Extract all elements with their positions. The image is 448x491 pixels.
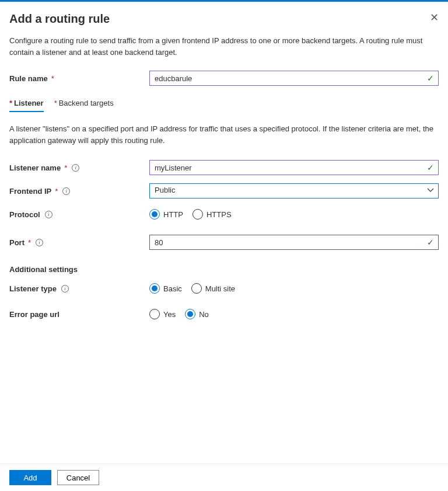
listener-type-basic-label: Basic <box>163 284 182 293</box>
add-button[interactable]: Add <box>9 470 51 485</box>
checkmark-icon: ✓ <box>427 74 434 83</box>
port-label: Port <box>9 238 24 247</box>
required-asterisk: * <box>64 163 67 172</box>
protocol-http-label: HTTP <box>163 210 183 219</box>
protocol-https-radio[interactable]: HTTPS <box>192 209 232 220</box>
info-icon[interactable]: i <box>72 164 79 172</box>
tab-listener-label: Listener <box>14 99 44 107</box>
frontend-ip-value: Public <box>155 186 175 194</box>
error-page-yes-label: Yes <box>163 310 176 319</box>
frontend-ip-row: Frontend IP* i Public <box>9 183 439 199</box>
info-icon[interactable]: i <box>62 187 70 195</box>
protocol-https-label: HTTPS <box>206 210 232 219</box>
tabs: * Listener * Backend targets <box>9 99 439 112</box>
close-icon[interactable]: ✕ <box>430 12 439 23</box>
rule-name-row: Rule name* ✓ <box>9 71 439 86</box>
protocol-row: Protocol i HTTP HTTPS <box>9 207 439 222</box>
error-page-no-radio[interactable]: No <box>185 309 209 319</box>
required-asterisk: * <box>51 74 54 83</box>
error-page-label: Error page url <box>9 310 60 319</box>
required-asterisk: * <box>28 238 31 247</box>
listener-type-multi-radio[interactable]: Multi site <box>191 283 235 294</box>
tab-listener[interactable]: * Listener <box>9 99 44 112</box>
checkmark-icon: ✓ <box>427 163 434 172</box>
port-input[interactable] <box>149 235 439 250</box>
info-icon[interactable]: i <box>36 239 43 246</box>
required-asterisk: * <box>54 99 57 107</box>
tab-backend-targets[interactable]: * Backend targets <box>54 99 114 112</box>
listener-name-label: Listener name <box>9 163 61 172</box>
error-page-no-label: No <box>199 310 209 319</box>
listener-type-basic-radio[interactable]: Basic <box>149 283 182 294</box>
checkmark-icon: ✓ <box>427 238 434 247</box>
cancel-button[interactable]: Cancel <box>57 470 99 485</box>
listener-description: A listener "listens" on a specified port… <box>9 123 439 146</box>
info-icon[interactable]: i <box>45 211 52 218</box>
rule-name-label: Rule name <box>9 74 48 83</box>
error-page-row: Error page url Yes No <box>9 307 439 322</box>
listener-name-row: Listener name* i ✓ <box>9 160 439 175</box>
protocol-http-radio[interactable]: HTTP <box>149 209 183 220</box>
protocol-label: Protocol <box>9 210 40 219</box>
additional-settings-title: Additional settings <box>9 265 439 274</box>
frontend-ip-label: Frontend IP <box>9 187 51 196</box>
listener-name-input[interactable] <box>149 160 439 175</box>
listener-type-multi-label: Multi site <box>205 284 235 293</box>
footer-actions: Add Cancel <box>0 464 448 491</box>
listener-type-label: Listener type <box>9 284 57 293</box>
page-title: Add a routing rule <box>9 12 110 26</box>
info-icon[interactable]: i <box>61 285 69 292</box>
error-page-yes-radio[interactable]: Yes <box>149 309 176 319</box>
intro-text: Configure a routing rule to send traffic… <box>9 35 439 58</box>
port-row: Port* i ✓ <box>9 235 439 250</box>
panel-header: Add a routing rule ✕ <box>0 2 448 32</box>
frontend-ip-select[interactable]: Public <box>149 183 439 199</box>
listener-type-row: Listener type i Basic Multi site <box>9 281 439 296</box>
rule-name-input[interactable] <box>149 71 439 86</box>
tab-backend-label: Backend targets <box>59 99 114 107</box>
required-asterisk: * <box>9 99 12 107</box>
required-asterisk: * <box>55 187 58 196</box>
